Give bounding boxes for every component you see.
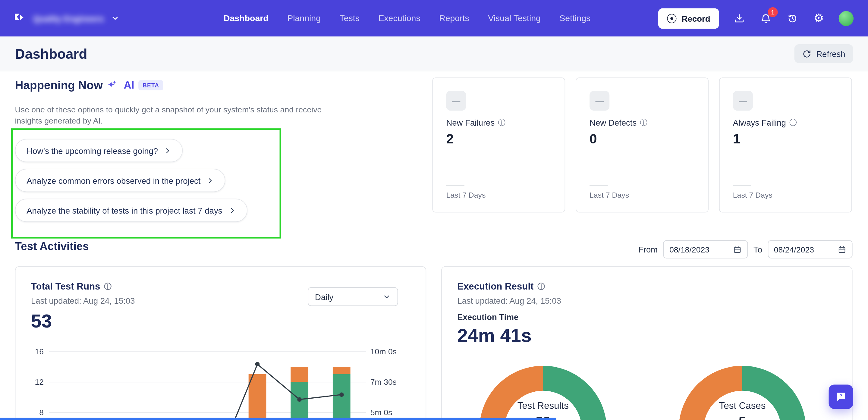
ai-prompt-errors-button[interactable]: Analyze common errors observed in the pr… [15, 169, 226, 192]
refresh-button[interactable]: Refresh [795, 44, 853, 63]
calendar-icon [733, 245, 742, 254]
ai-prompt-list: How’s the upcoming release going? Analyz… [15, 139, 247, 222]
notifications-button[interactable]: 1 [759, 12, 772, 25]
stat-card-value: 0 [590, 131, 597, 147]
nav-item-visual-testing[interactable]: Visual Testing [488, 13, 541, 23]
info-icon[interactable]: ⓘ [537, 283, 545, 290]
top-navbar: Quality Engineers Dashboard Planning Tes… [0, 0, 868, 36]
ai-label: AI [124, 79, 134, 91]
record-icon [667, 13, 677, 23]
nav-item-executions[interactable]: Executions [378, 13, 420, 23]
nav-item-planning[interactable]: Planning [287, 13, 321, 23]
nav-item-tests[interactable]: Tests [339, 13, 359, 23]
user-avatar[interactable] [839, 11, 854, 26]
beta-badge: BETA [138, 80, 163, 90]
chat-bubble-icon: ? [835, 391, 847, 403]
execution-time-label: Execution Time [457, 312, 836, 321]
placeholder-icon: — [446, 91, 466, 110]
gear-icon: ⚙ [813, 12, 824, 24]
stat-card-always-failing: — Always Failing ⓘ 1 Last 7 Days [719, 77, 852, 213]
placeholder-icon: — [733, 91, 753, 110]
stat-card-row: — New Failures ⓘ 2 Last 7 Days — New Def… [432, 77, 852, 213]
app-window: Quality Engineers Dashboard Planning Tes… [0, 0, 868, 420]
last-updated-text: Last updated: Aug 24, 15:03 [457, 296, 836, 305]
stat-card-value: 2 [446, 131, 454, 147]
execution-time-value: 24m 41s [457, 325, 836, 347]
info-icon[interactable]: ⓘ [104, 283, 112, 290]
from-date-input[interactable]: 08/18/2023 [663, 240, 748, 259]
chevron-down-icon [382, 293, 391, 301]
stat-card-value: 1 [733, 131, 741, 147]
test-activities-title: Test Activities [15, 240, 89, 253]
happening-now-header: Happening Now ✦✦ AI BETA [15, 78, 163, 92]
to-label: To [753, 245, 762, 254]
info-icon[interactable]: ⓘ [640, 119, 647, 126]
main-nav: Dashboard Planning Tests Executions Repo… [224, 0, 590, 36]
ai-prompt-release-button[interactable]: How’s the upcoming release going? [15, 139, 183, 162]
ai-prompt-stability-button[interactable]: Analyze the stability of tests in this p… [15, 199, 247, 222]
record-button[interactable]: Record [658, 8, 719, 29]
info-icon[interactable]: ⓘ [789, 119, 797, 126]
history-icon [786, 12, 798, 24]
svg-text:?: ? [840, 393, 843, 398]
stat-card-new-failures: — New Failures ⓘ 2 Last 7 Days [432, 77, 565, 213]
panel-title: Total Test Runs [31, 281, 100, 292]
donut-hole: Test Results 53 [504, 391, 582, 420]
page-title: Dashboard [15, 46, 87, 62]
date-range-controls: From 08/18/2023 To 08/24/2023 [638, 240, 852, 259]
app-logo-icon[interactable] [13, 12, 25, 24]
refresh-icon [802, 49, 812, 59]
stat-card-period: Last 7 Days [733, 191, 772, 199]
ai-sparkle-icon: ✦✦ [107, 80, 119, 90]
nav-item-reports[interactable]: Reports [439, 13, 469, 23]
info-icon[interactable]: ⓘ [498, 119, 505, 126]
calendar-icon [838, 245, 846, 254]
divider [733, 185, 751, 186]
stat-card-period: Last 7 Days [446, 191, 486, 199]
donut-chart: Test Results 53 [479, 366, 607, 420]
notification-badge: 1 [768, 7, 778, 17]
settings-gear-button[interactable]: ⚙ [812, 12, 825, 25]
stat-card-title: New Defects [590, 118, 637, 127]
stat-card-title: Always Failing [733, 118, 786, 127]
donut-label: Test Cases [719, 401, 766, 412]
page-header: Dashboard Refresh [0, 36, 868, 71]
from-label: From [638, 245, 658, 254]
stat-card-title: New Failures [446, 118, 495, 127]
navbar-right: Record 1 [658, 0, 854, 36]
execution-result-panel: Execution Result ⓘ Last updated: Aug 24,… [441, 266, 852, 420]
chat-assistant-button[interactable]: ? [829, 385, 853, 409]
donut-label: Test Results [518, 401, 569, 412]
donut-value: 5 [739, 414, 746, 420]
happening-now-title: Happening Now [15, 78, 103, 92]
panel-title: Execution Result [457, 281, 533, 292]
chevron-down-icon [111, 14, 119, 23]
divider [590, 185, 608, 186]
divider [446, 185, 464, 186]
happening-now-description: Use one of these options to quickly get … [15, 104, 344, 126]
navbar-left: Quality Engineers [13, 0, 119, 36]
donut-hole: Test Cases 5 [704, 391, 781, 420]
horizontal-scrollbar-thumb[interactable] [0, 418, 556, 420]
download-button[interactable] [733, 12, 746, 25]
chevron-right-icon [207, 177, 214, 184]
donut-chart: Test Cases 5 [679, 366, 806, 420]
chevron-right-icon [164, 147, 171, 154]
nav-item-settings[interactable]: Settings [559, 13, 590, 23]
interval-select[interactable]: Daily [308, 287, 398, 306]
project-name-blurred: Quality Engineers [33, 13, 104, 23]
history-button[interactable] [785, 12, 799, 25]
stat-card-period: Last 7 Days [590, 191, 629, 199]
project-selector[interactable]: Quality Engineers [33, 13, 119, 23]
total-test-runs-panel: 1610m 0s127m 30s85m 0s Total Test Runs ⓘ… [15, 266, 427, 420]
chevron-right-icon [228, 207, 236, 214]
stat-card-new-defects: — New Defects ⓘ 0 Last 7 Days [576, 77, 709, 213]
nav-item-dashboard[interactable]: Dashboard [224, 13, 269, 23]
download-icon [733, 12, 745, 24]
to-date-input[interactable]: 08/24/2023 [768, 240, 852, 259]
placeholder-icon: — [590, 91, 610, 110]
total-test-runs-value: 53 [31, 310, 410, 332]
